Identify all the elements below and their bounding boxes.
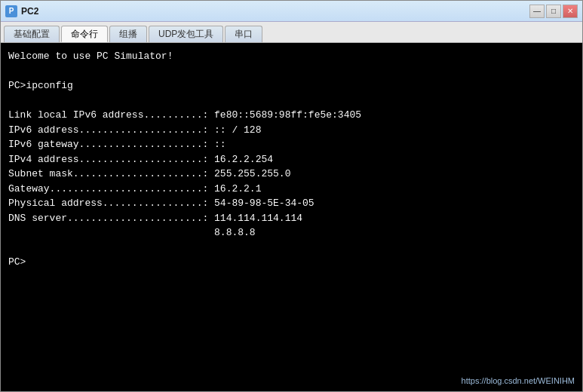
title-bar-left: P PC2	[5, 5, 38, 17]
window-icon: P	[5, 5, 17, 17]
terminal-line-14: PC>	[8, 255, 575, 270]
terminal-line-3	[8, 93, 575, 109]
terminal-line-13	[8, 240, 575, 256]
terminal-line-12: 8.8.8.8	[8, 225, 575, 240]
tab-bar: 基础配置 命令行 组播 UDP发包工具 串口	[1, 22, 582, 43]
terminal-line-2: PC>ipconfig	[8, 78, 575, 93]
tab-multicast[interactable]: 组播	[109, 26, 147, 42]
tab-udp[interactable]: UDP发包工具	[149, 26, 223, 42]
terminal-line-4: Link local IPv6 address..........: fe80:…	[8, 108, 575, 123]
terminal-line-7: IPv4 address.....................: 16.2.…	[8, 152, 575, 167]
minimize-button[interactable]: —	[529, 5, 545, 18]
terminal-area[interactable]: Welcome to use PC Simulator! PC>ipconfig…	[1, 43, 582, 391]
terminal-line-9: Gateway..........................: 16.2.…	[8, 182, 575, 197]
watermark: https://blog.csdn.net/WEINIHM	[462, 376, 575, 385]
terminal-line-6: IPv6 gateway.....................: ::	[8, 137, 575, 152]
terminal-line-0: Welcome to use PC Simulator!	[8, 49, 575, 64]
window-title: PC2	[21, 6, 38, 17]
terminal-line-1	[8, 64, 575, 79]
terminal-line-8: Subnet mask......................: 255.2…	[8, 167, 575, 182]
title-controls: — □ ✕	[529, 5, 578, 18]
tab-serial[interactable]: 串口	[225, 26, 262, 42]
close-button[interactable]: ✕	[563, 5, 578, 18]
title-bar: P PC2 — □ ✕	[1, 1, 582, 22]
tab-command[interactable]: 命令行	[61, 26, 108, 42]
tab-basic[interactable]: 基础配置	[4, 26, 60, 42]
main-window: P PC2 — □ ✕ 基础配置 命令行 组播 UDP发包工具 串口 Welco…	[0, 0, 583, 392]
maximize-button[interactable]: □	[546, 5, 561, 18]
terminal-line-10: Physical address.................: 54-89…	[8, 196, 575, 211]
terminal-line-11: DNS server.......................: 114.1…	[8, 211, 575, 226]
terminal-line-5: IPv6 address.....................: :: / …	[8, 123, 575, 138]
